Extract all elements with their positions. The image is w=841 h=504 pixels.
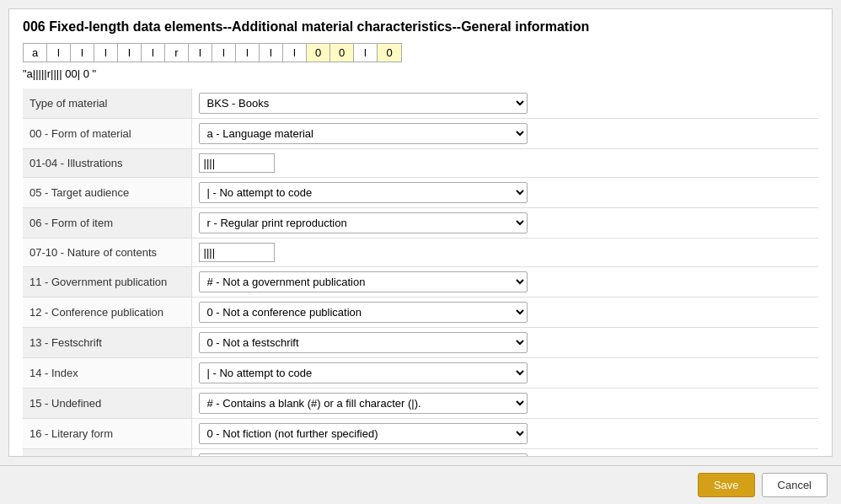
byte-header: alllllrlllll00l0 [23, 43, 402, 62]
footer: Save Cancel [0, 465, 841, 504]
byte-cell: 0 [330, 44, 354, 62]
field-label: 16 - Literary form [23, 419, 191, 449]
field-label: 12 - Conference publication [23, 298, 191, 328]
byte-cell: l [283, 44, 307, 62]
field-label: 05 - Target audience [23, 178, 191, 208]
byte-cell: l [189, 44, 212, 62]
field-input-cell: a - Language materialb - Manuscript lang… [191, 119, 818, 149]
field-text-input[interactable] [199, 153, 275, 173]
byte-cell: l [212, 44, 236, 62]
field-input-cell: | - No attempt to code# - None of the ab… [191, 208, 818, 239]
field-label: 11 - Government publication [23, 267, 191, 298]
field-label: 07-10 - Nature of contents [23, 239, 191, 267]
table-row: 12 - Conference publication0 - Not a con… [23, 298, 818, 328]
table-row: 06 - Form of item| - No attempt to code#… [23, 208, 818, 239]
byte-cell: l [118, 44, 142, 62]
field-label: 14 - Index [23, 358, 191, 389]
field-select[interactable]: | - No attempt to codea - Preschoolb - P… [199, 182, 528, 203]
field-input-cell: 0 - Not fiction (not further specified)1… [191, 419, 818, 449]
field-input-cell: # - Contains a blank (#) or a fill chara… [191, 389, 818, 419]
field-select[interactable]: 0 - Not a conference publication1 - Conf… [199, 302, 528, 323]
byte-cell: a [24, 44, 47, 62]
field-select[interactable]: BKS - BooksCOM - Computer filesMAP - Map… [199, 93, 528, 114]
byte-cell: l [94, 44, 118, 62]
field-input-cell: 0 - Not a conference publication1 - Conf… [191, 298, 818, 328]
field-select[interactable]: 0 - Not fiction (not further specified)1… [199, 423, 528, 444]
field-label: 01-04 - Illustrations [23, 149, 191, 178]
byte-cell: 0 [307, 44, 330, 62]
field-label: Type of material [23, 88, 191, 119]
table-row: Type of materialBKS - BooksCOM - Compute… [23, 88, 818, 119]
field-input-cell: 0 - Not a festschrift1 - Festschrift| - … [191, 328, 818, 358]
main-panel: 006 Fixed-length data elements--Addition… [8, 8, 833, 457]
field-select[interactable]: a - Language materialb - Manuscript lang… [199, 123, 528, 144]
field-select[interactable]: # - Contains a blank (#) or a fill chara… [199, 393, 528, 414]
field-input-cell: | - No attempt to codea - Preschoolb - P… [191, 178, 818, 208]
save-button[interactable]: Save [698, 473, 755, 497]
page-title: 006 Fixed-length data elements--Addition… [23, 19, 818, 35]
field-label: 06 - Form of item [23, 208, 191, 239]
byte-cell: l [354, 44, 378, 62]
table-row: 07-10 - Nature of contents [23, 239, 818, 267]
field-input-cell: BKS - BooksCOM - Computer filesMAP - Map… [191, 88, 818, 119]
table-row: 17 - Biography# - No biographical materi… [23, 449, 818, 458]
byte-cell: l [47, 44, 71, 62]
byte-cell: 0 [378, 44, 401, 62]
field-input-cell: # - Not a government publicationa - Auto… [191, 267, 818, 298]
table-row: 16 - Literary form0 - Not fiction (not f… [23, 419, 818, 449]
byte-cell: l [236, 44, 260, 62]
table-row: 01-04 - Illustrations [23, 149, 818, 178]
field-input-cell [191, 239, 818, 267]
field-select[interactable]: 0 - No index1 - Index present| - No atte… [199, 362, 528, 383]
field-label: 13 - Festschrift [23, 328, 191, 358]
field-input-cell [191, 149, 818, 178]
form-table: Type of materialBKS - BooksCOM - Compute… [23, 88, 818, 457]
summary-line: "a|||||r|||| 00| 0 " [23, 67, 818, 80]
table-row: 15 - Undefined# - Contains a blank (#) o… [23, 389, 818, 419]
table-row: 00 - Form of materiala - Language materi… [23, 119, 818, 149]
byte-cell: l [142, 44, 165, 62]
field-select[interactable]: 0 - Not a festschrift1 - Festschrift| - … [199, 332, 528, 353]
table-row: 05 - Target audience| - No attempt to co… [23, 178, 818, 208]
table-row: 11 - Government publication# - Not a gov… [23, 267, 818, 298]
table-row: 13 - Festschrift0 - Not a festschrift1 -… [23, 328, 818, 358]
field-select[interactable]: | - No attempt to code# - None of the ab… [199, 212, 528, 233]
field-label: 17 - Biography [23, 449, 191, 458]
table-row: 14 - Index0 - No index1 - Index present|… [23, 358, 818, 389]
field-label: 00 - Form of material [23, 119, 191, 149]
field-label: 15 - Undefined [23, 389, 191, 419]
field-input-cell: # - No biographical materiala - Autobiog… [191, 449, 818, 458]
field-select[interactable]: # - No biographical materiala - Autobiog… [199, 453, 528, 457]
field-select[interactable]: # - Not a government publicationa - Auto… [199, 271, 528, 292]
field-input-cell: 0 - No index1 - Index present| - No atte… [191, 358, 818, 389]
byte-cell: l [71, 44, 94, 62]
field-text-input[interactable] [199, 243, 275, 262]
cancel-button[interactable]: Cancel [762, 473, 828, 497]
byte-cell: l [260, 44, 283, 62]
byte-cell: r [165, 44, 189, 62]
